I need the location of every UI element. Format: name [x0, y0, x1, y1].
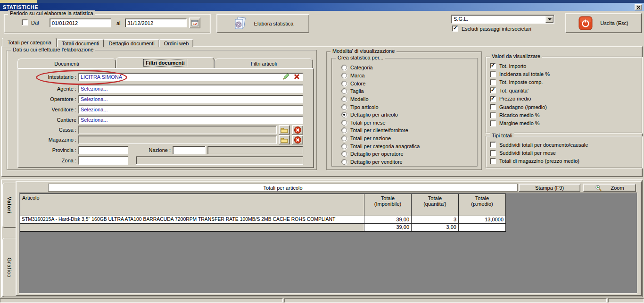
radio-icon[interactable] [341, 143, 347, 149]
statistica-radio-option[interactable]: Dettaglio per operatore [341, 150, 420, 158]
statistica-radio-option[interactable]: Dettaglio per venditore [341, 158, 420, 166]
value-option-label: Incidenza sul totale % [499, 71, 550, 77]
radio-icon[interactable] [341, 81, 347, 86]
row-articolo-cell[interactable]: STM3160215A - Hard-Disk 3,5'' 160GB ULTR… [20, 216, 364, 224]
cassa-browse-button[interactable] [279, 125, 290, 135]
totals-checkbox-option[interactable]: Totali di magazzino (prezzo medio) [490, 157, 588, 165]
totals-checkbox-option[interactable]: Suddividi totali per documento/causale [490, 141, 588, 149]
value-checkbox-option[interactable]: Incidenza sul totale % [490, 70, 550, 78]
checkbox-icon[interactable] [490, 112, 496, 118]
checkbox-icon[interactable] [490, 63, 496, 69]
main-tab[interactable]: Totali per categoria [2, 38, 57, 47]
uscita-button[interactable]: Uscita (Esc) [565, 13, 642, 33]
statistica-radio-option[interactable]: Totali per categoria anagrafica [341, 142, 420, 150]
date-from-input[interactable]: 01/01/2012 [50, 18, 111, 27]
row-pmedio-cell[interactable]: 13,0000 [459, 216, 506, 224]
clear-intestatario-icon[interactable] [294, 74, 300, 80]
radio-icon[interactable] [341, 151, 347, 157]
zona-input[interactable] [78, 156, 128, 165]
radio-icon[interactable] [341, 104, 347, 110]
checkbox-icon[interactable] [490, 104, 496, 110]
cassa-clear-button[interactable] [292, 125, 303, 135]
checkbox-icon[interactable] [490, 71, 496, 77]
magazzino-clear-button[interactable] [292, 135, 303, 144]
date-to-input[interactable]: 31/12/2012 [125, 18, 187, 27]
main-tab[interactable]: Totali documenti [57, 39, 104, 47]
checkbox-icon[interactable] [490, 120, 496, 126]
tab-grafico[interactable]: Grafico [2, 238, 16, 297]
elabora-button[interactable]: Elabora statistica [216, 14, 309, 33]
totals-checkbox-option[interactable]: Suddividi totali per mese [490, 149, 588, 157]
period-group: Periodo su cui elaborare la statistica D… [4, 14, 210, 33]
statistica-radio-option[interactable]: Totali per nazione [341, 135, 420, 143]
operatore-input[interactable]: Seleziona... [78, 95, 303, 103]
checkbox-icon[interactable] [490, 96, 496, 102]
company-select[interactable]: S.G.L. [451, 15, 554, 24]
statistica-radio-option[interactable]: Totali per mese [341, 118, 420, 126]
company-select-value: S.G.L. [454, 16, 468, 22]
radio-icon[interactable] [341, 73, 347, 78]
statistica-radio-option[interactable]: Colore [341, 79, 420, 87]
dal-label: Dal [31, 20, 39, 25]
value-checkbox-option[interactable]: Prezzo medio [490, 95, 550, 103]
intestatario-label: Intestatario : [18, 73, 76, 81]
nazione-label: Nazione : [124, 146, 171, 154]
intestatario-input[interactable]: LICITRA SIMONA [78, 73, 303, 81]
col-header-imponibile[interactable]: Totale (Imponibile) [364, 194, 412, 216]
calendar-button[interactable]: 12 [189, 17, 200, 28]
radio-icon[interactable] [341, 135, 347, 141]
value-checkbox-option[interactable]: Ricarico medio % [490, 111, 550, 119]
radio-icon[interactable] [341, 65, 347, 70]
radio-icon[interactable] [341, 159, 347, 165]
checkbox-icon[interactable] [490, 142, 496, 148]
agente-input[interactable]: Seleziona... [78, 84, 303, 93]
zoom-button[interactable]: Zoom [583, 184, 636, 192]
radio-icon[interactable] [341, 88, 347, 94]
close-button[interactable] [635, 4, 642, 10]
stampa-button[interactable]: Stampa (F9) [519, 184, 580, 192]
venditore-input[interactable]: Seleziona... [78, 105, 303, 114]
radio-icon[interactable] [341, 96, 347, 102]
radio-icon[interactable] [341, 127, 347, 133]
row-imponibile-cell[interactable]: 39,00 [364, 216, 412, 224]
company-select-arrow-button[interactable] [545, 16, 553, 23]
statistica-radio-option[interactable]: Categoria [341, 64, 420, 72]
provincia-input[interactable] [78, 146, 128, 154]
escludi-checkbox-box[interactable] [452, 25, 458, 32]
statistica-radio-option[interactable]: Taglia [341, 87, 420, 95]
col-header-quantita[interactable]: Totale (quantita') [412, 194, 459, 216]
checkbox-icon[interactable] [490, 150, 496, 156]
col-header-pmedio[interactable]: Totale (p.medio) [459, 194, 506, 216]
radio-icon[interactable] [341, 112, 347, 118]
dal-checkbox[interactable]: Dal [22, 19, 39, 25]
nazione-input[interactable] [173, 146, 206, 154]
checkbox-icon[interactable] [490, 158, 496, 164]
main-tab[interactable]: Dettaglio documenti [104, 39, 159, 47]
radio-icon[interactable] [341, 120, 347, 126]
statistica-radio-option[interactable]: Marca [341, 72, 420, 80]
elabora-statistica-icon [232, 17, 248, 31]
filter-tab[interactable]: Filtri articoli [215, 59, 313, 68]
cantiere-input[interactable]: Seleziona... [78, 116, 303, 124]
value-checkbox-option[interactable]: Margine medio % [490, 119, 550, 127]
checkbox-icon[interactable] [490, 79, 496, 85]
main-tab[interactable]: Ordini web [159, 39, 194, 47]
row-quantita-cell[interactable]: 3 [412, 216, 459, 224]
col-header-articolo[interactable]: Articolo [20, 194, 364, 216]
filter-tab[interactable]: Documenti [17, 59, 116, 68]
checkbox-icon[interactable] [490, 87, 496, 93]
value-checkbox-option[interactable]: Tot. quantita' [490, 86, 550, 94]
edit-pencil-icon[interactable] [282, 73, 289, 81]
statistica-radio-option[interactable]: Totali per cliente/fornitore [341, 126, 420, 135]
value-checkbox-option[interactable]: Tot. imposte comp. [490, 78, 550, 86]
escludi-checkbox[interactable]: Escludi passaggi intersocietari [452, 25, 531, 32]
filter-tab[interactable]: Filtri documenti [116, 57, 215, 68]
tab-valori[interactable]: Valori [2, 183, 16, 228]
magazzino-browse-button[interactable] [279, 135, 290, 144]
value-checkbox-option[interactable]: Guadagno (/pmedio) [490, 103, 550, 111]
value-checkbox-option[interactable]: Tot. importo [490, 62, 550, 70]
statistica-radio-option[interactable]: Dettaglio per articolo [341, 111, 420, 119]
dal-checkbox-box[interactable] [22, 19, 28, 25]
statistica-radio-option[interactable]: Tipo articolo [341, 103, 420, 111]
statistica-radio-option[interactable]: Modello [341, 95, 420, 103]
